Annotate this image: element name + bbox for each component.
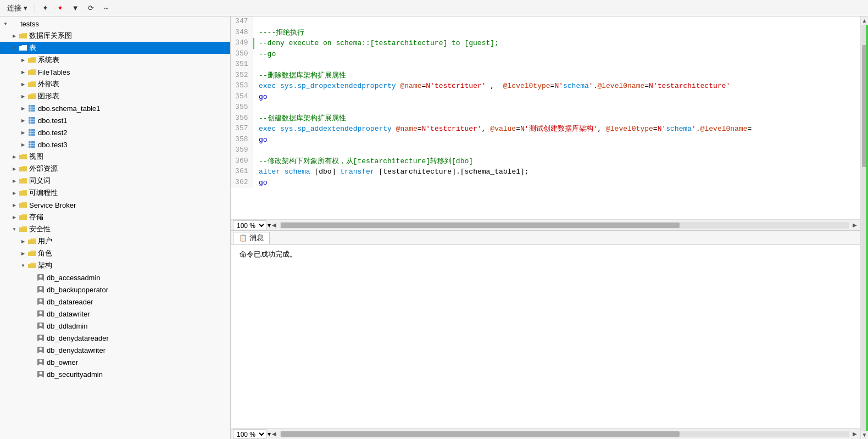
code-line[interactable]: exec sys.sp_addextendedproperty @name=N'… bbox=[254, 124, 860, 135]
tree-item-storage[interactable]: ▶ 存储 bbox=[0, 211, 230, 223]
tree-item-db_denydatareader[interactable]: db_denydatareader bbox=[0, 332, 230, 344]
hscroll-right-arrow[interactable]: ▶ bbox=[852, 222, 858, 228]
code-line[interactable]: alter schema [dbo] transfer [testarchite… bbox=[254, 166, 860, 177]
code-line[interactable]: --修改架构下对象所有权，从[testarchitecture]转移到[dbo] bbox=[254, 156, 860, 167]
tree-item-users[interactable]: ▶ 用户 bbox=[0, 235, 230, 247]
tab-icon: 📋 bbox=[239, 234, 247, 242]
expand-btn-db_backupoperator[interactable] bbox=[27, 285, 36, 294]
expand-btn-synonyms[interactable]: ▶ bbox=[10, 176, 19, 185]
expand-btn-relations[interactable]: ▶ bbox=[10, 31, 19, 40]
vscroll-up[interactable]: ▲ bbox=[861, 16, 868, 25]
code-line[interactable]: ----拒绝执行 bbox=[254, 27, 860, 38]
tree-label-db_datareader: db_datareader bbox=[47, 298, 93, 306]
tree-item-sys-tables[interactable]: ▶ 系统表 bbox=[0, 54, 230, 66]
tree-item-db_ddladmin[interactable]: db_ddladmin bbox=[0, 320, 230, 332]
tree-item-testss[interactable]: ▼testss bbox=[0, 18, 230, 30]
tree-item-test2[interactable]: ▶ dbo.test2 bbox=[0, 126, 230, 138]
tree-item-db_denydatawriter[interactable]: db_denydatawriter bbox=[0, 344, 230, 356]
tree-item-tables[interactable]: ▼ 表 bbox=[0, 42, 230, 54]
expand-btn-testss[interactable]: ▼ bbox=[1, 19, 10, 28]
expand-btn-filetables[interactable]: ▶ bbox=[19, 68, 27, 76]
expand-btn-test3[interactable]: ▶ bbox=[19, 140, 27, 149]
tree-item-synonyms[interactable]: ▶ 同义词 bbox=[0, 175, 230, 187]
tree-item-external-res[interactable]: ▶ 外部资源 bbox=[0, 163, 230, 175]
msg-hscroll-left[interactable]: ◀ bbox=[271, 431, 277, 437]
expand-btn-external-res[interactable]: ▶ bbox=[10, 164, 19, 173]
toolbar-filter[interactable]: ▼ bbox=[69, 3, 82, 13]
expand-btn-views[interactable]: ▶ bbox=[10, 152, 19, 161]
tree-item-db_datawriter[interactable]: db_datawriter bbox=[0, 308, 230, 320]
expand-btn-db_accessadmin[interactable] bbox=[27, 273, 36, 282]
expand-btn-security[interactable]: ▼ bbox=[10, 225, 19, 234]
expand-btn-users[interactable]: ▶ bbox=[19, 237, 27, 246]
tree-item-external-tables[interactable]: ▶ 外部表 bbox=[0, 78, 230, 90]
tree-item-db_datareader[interactable]: db_datareader bbox=[0, 296, 230, 308]
tree-item-filetables[interactable]: ▶ FileTables bbox=[0, 66, 230, 78]
table-row: 353exec sys.sp_dropextendedproperty @nam… bbox=[231, 81, 860, 92]
tree-item-schema-table1[interactable]: ▶ dbo.schema_table1 bbox=[0, 102, 230, 114]
zoom-select[interactable]: 100 %75 %125 %150 % bbox=[233, 220, 266, 230]
tree-item-programmability[interactable]: ▶ 可编程性 bbox=[0, 187, 230, 199]
code-line[interactable]: --go bbox=[254, 49, 860, 60]
code-line[interactable]: --deny execute on schema::[testarchitect… bbox=[254, 38, 860, 49]
expand-btn-db_ddladmin[interactable] bbox=[27, 321, 36, 330]
tree-item-schemas[interactable]: ▼ 架构 bbox=[0, 259, 230, 271]
expand-btn-service-broker[interactable]: ▶ bbox=[10, 201, 19, 209]
zoom-select-msg[interactable]: 100 %75 %125 %150 % bbox=[233, 429, 266, 439]
expand-btn-db_owner[interactable] bbox=[27, 358, 36, 366]
code-line[interactable] bbox=[254, 102, 860, 113]
vscroll-down[interactable]: ▼ bbox=[861, 431, 868, 439]
expand-btn-tables[interactable]: ▼ bbox=[10, 43, 19, 52]
tree-item-relations[interactable]: ▶ 数据库关系图 bbox=[0, 30, 230, 42]
expand-btn-graph-tables[interactable]: ▶ bbox=[19, 92, 27, 101]
tree-item-test1[interactable]: ▶ dbo.test1 bbox=[0, 114, 230, 126]
tree-item-service-broker[interactable]: ▶ Service Broker bbox=[0, 199, 230, 211]
expand-btn-sys-tables[interactable]: ▶ bbox=[19, 55, 27, 64]
code-line[interactable]: exec sys.sp_dropextendedproperty @name=N… bbox=[254, 81, 860, 92]
tree-item-views[interactable]: ▶ 视图 bbox=[0, 151, 230, 163]
vscroll-track[interactable] bbox=[861, 25, 868, 431]
tree-item-db_securityadmin[interactable]: db_securityadmin bbox=[0, 368, 230, 380]
expand-btn-schemas[interactable]: ▼ bbox=[19, 261, 27, 270]
expand-btn-db_denydatareader[interactable] bbox=[27, 334, 36, 342]
code-line[interactable]: go bbox=[254, 177, 860, 188]
code-line[interactable] bbox=[254, 16, 860, 27]
tree-item-db_backupoperator[interactable]: db_backupoperator bbox=[0, 284, 230, 296]
sidebar-scroll[interactable]: ▼testss▶ 数据库关系图▼ 表▶ 系统表▶ FileTables▶ 外部表… bbox=[0, 16, 230, 439]
msg-hscroll-track[interactable] bbox=[280, 431, 849, 437]
msg-hscroll-right[interactable]: ▶ bbox=[852, 431, 858, 437]
toolbar-refresh[interactable]: ⟳ bbox=[85, 3, 97, 13]
code-editor: 347 348----拒绝执行349--deny execute on sche… bbox=[231, 16, 860, 230]
expand-btn-schema-table1[interactable]: ▶ bbox=[19, 104, 27, 113]
hscroll-track[interactable] bbox=[280, 222, 849, 229]
tree-item-security[interactable]: ▼ 安全性 bbox=[0, 223, 230, 235]
code-line[interactable]: --创建数据库架构扩展属性 bbox=[254, 113, 860, 124]
expand-btn-roles[interactable]: ▶ bbox=[19, 249, 27, 258]
tree-item-db_accessadmin[interactable]: db_accessadmin bbox=[0, 271, 230, 284]
toolbar-btn-2[interactable]: ✦ bbox=[54, 3, 66, 13]
tree-item-roles[interactable]: ▶ 角色 bbox=[0, 247, 230, 259]
code-line[interactable] bbox=[254, 145, 860, 156]
code-line[interactable] bbox=[254, 59, 860, 70]
expand-btn-programmability[interactable]: ▶ bbox=[10, 188, 19, 197]
tree-item-test3[interactable]: ▶ dbo.test3 bbox=[0, 138, 230, 151]
expand-btn-external-tables[interactable]: ▶ bbox=[19, 80, 27, 88]
code-line[interactable]: --删除数据库架构扩展属性 bbox=[254, 70, 860, 81]
tree-item-graph-tables[interactable]: ▶ 图形表 bbox=[0, 90, 230, 102]
expand-btn-test1[interactable]: ▶ bbox=[19, 116, 27, 125]
expand-btn-db_securityadmin[interactable] bbox=[27, 370, 36, 379]
code-line[interactable]: go bbox=[254, 135, 860, 146]
connect-button[interactable]: 连接 ▾ bbox=[4, 2, 30, 14]
code-scroll[interactable]: 347 348----拒绝执行349--deny execute on sche… bbox=[231, 16, 860, 219]
expand-btn-test2[interactable]: ▶ bbox=[19, 128, 27, 137]
code-line[interactable]: go bbox=[254, 92, 860, 103]
hscroll-left-arrow[interactable]: ◀ bbox=[271, 222, 277, 228]
expand-btn-db_datareader[interactable] bbox=[27, 297, 36, 306]
toolbar-wave[interactable]: ～ bbox=[100, 2, 113, 14]
expand-btn-db_denydatawriter[interactable] bbox=[27, 346, 36, 354]
expand-btn-db_datawriter[interactable] bbox=[27, 309, 36, 318]
expand-btn-storage[interactable]: ▶ bbox=[10, 213, 19, 221]
messages-tab[interactable]: 📋 消息 bbox=[233, 232, 270, 244]
toolbar-btn-1[interactable]: ✦ bbox=[40, 3, 51, 13]
tree-item-db_owner[interactable]: db_owner bbox=[0, 356, 230, 368]
